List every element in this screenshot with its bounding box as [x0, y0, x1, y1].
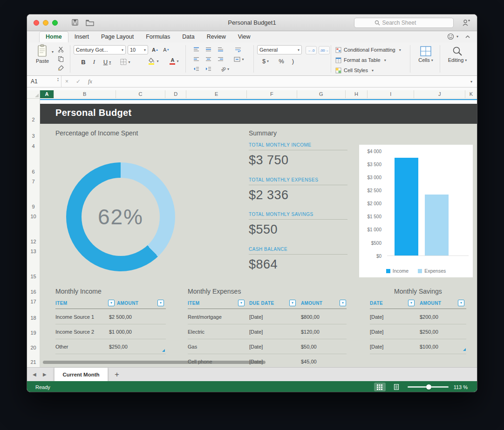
- font-name-select[interactable]: Century Got...▾: [74, 45, 126, 54]
- align-right-button[interactable]: [215, 55, 225, 63]
- column-header-e[interactable]: E: [186, 90, 247, 99]
- editing-button[interactable]: Editing▾: [444, 46, 470, 63]
- align-bottom-button[interactable]: [215, 45, 225, 54]
- expenses-amount-filter-button[interactable]: [340, 300, 346, 306]
- column-header-c[interactable]: C: [116, 90, 166, 99]
- next-sheet-button[interactable]: ▶: [43, 372, 47, 377]
- font-size-select[interactable]: 10▾: [128, 45, 148, 54]
- cell[interactable]: $1 000,00: [109, 329, 132, 335]
- underline-button[interactable]: U▾: [101, 58, 114, 66]
- previous-sheet-button[interactable]: ◀: [33, 372, 36, 377]
- bar-chart[interactable]: $4 000 $3 500 $3 000 $2 500 $2 000 $1 50…: [359, 145, 473, 277]
- page-layout-view-button[interactable]: [391, 383, 402, 391]
- row-header[interactable]: 19: [27, 330, 40, 336]
- cell[interactable]: Income Source 2: [55, 329, 94, 335]
- cell[interactable]: $800,00: [301, 314, 320, 320]
- summary-value[interactable]: $2 336: [249, 188, 347, 202]
- increase-decimal-button[interactable]: ←.0: [306, 46, 317, 54]
- column-header-g[interactable]: G: [297, 90, 346, 99]
- tab-formulas[interactable]: Formulas: [140, 32, 176, 42]
- summary-value[interactable]: $3 750: [249, 153, 347, 168]
- doughnut-chart[interactable]: 62%: [66, 162, 175, 271]
- conditional-formatting-button[interactable]: Conditional Formatting▾: [335, 46, 401, 54]
- tab-home[interactable]: Home: [39, 31, 68, 42]
- tab-data[interactable]: Data: [176, 32, 200, 42]
- income-header-item[interactable]: ITEM: [55, 301, 68, 306]
- increase-indent-button[interactable]: [203, 65, 213, 73]
- summary-value[interactable]: $864: [249, 257, 347, 272]
- shrink-font-button[interactable]: A▼: [161, 46, 171, 54]
- cut-button[interactable]: [56, 45, 65, 54]
- tab-view[interactable]: View: [232, 32, 257, 42]
- cell[interactable]: $120,00: [301, 329, 320, 335]
- tab-page-layout[interactable]: Page Layout: [95, 32, 140, 42]
- cells-button[interactable]: Cells▾: [415, 46, 437, 63]
- worksheet[interactable]: Personal Budget Percentage of Income Spe…: [40, 99, 477, 367]
- row-header[interactable]: 18: [27, 315, 40, 321]
- share-people-button[interactable]: [462, 19, 470, 27]
- fill-color-button[interactable]: ▾: [146, 57, 161, 65]
- cell[interactable]: [Date]: [370, 314, 383, 320]
- expenses-table-title[interactable]: Monthly Expenses: [188, 288, 241, 295]
- grow-font-button[interactable]: A▲: [150, 46, 160, 54]
- cell[interactable]: [Date]: [370, 344, 383, 349]
- row-header[interactable]: 6: [27, 169, 40, 175]
- merge-center-button[interactable]: ▾: [232, 55, 246, 63]
- bold-button[interactable]: B: [79, 58, 88, 66]
- cell[interactable]: $2 500,00: [109, 314, 132, 320]
- align-top-button[interactable]: [191, 45, 201, 54]
- comma-format-button[interactable]: ): [289, 57, 297, 65]
- row-header[interactable]: 15: [27, 274, 40, 279]
- cell[interactable]: $250,00: [109, 344, 128, 349]
- tab-insert[interactable]: Insert: [68, 32, 95, 42]
- cell[interactable]: Income Source 1: [55, 314, 94, 320]
- row-header[interactable]: 10: [27, 214, 40, 219]
- row-header[interactable]: 4: [27, 143, 40, 149]
- savings-date-filter-button[interactable]: [408, 300, 415, 306]
- horizontal-scrollbar[interactable]: [43, 361, 266, 364]
- cell[interactable]: Electric: [188, 329, 204, 335]
- income-table-resize-handle[interactable]: [162, 349, 165, 352]
- search-input[interactable]: [382, 20, 434, 26]
- align-center-button[interactable]: [203, 55, 213, 63]
- row-header[interactable]: 3: [27, 133, 40, 139]
- percent-format-button[interactable]: %: [277, 57, 286, 65]
- row-header[interactable]: 12: [27, 239, 40, 244]
- summary-label[interactable]: CASH BALANCE: [249, 247, 347, 255]
- align-left-button[interactable]: [191, 55, 201, 63]
- cell[interactable]: $250,00: [420, 329, 438, 335]
- collapse-ribbon-button[interactable]: [465, 35, 470, 39]
- column-header-a[interactable]: A: [40, 90, 54, 99]
- borders-button[interactable]: ▾: [118, 58, 132, 66]
- cell-styles-button[interactable]: Cell Styles▾: [335, 66, 374, 74]
- row-header[interactable]: 9: [27, 204, 40, 209]
- income-header-amount[interactable]: AMOUNT: [117, 301, 138, 306]
- summary-value[interactable]: $550: [249, 222, 347, 237]
- expenses-header-duedate[interactable]: DUE DATE: [249, 301, 274, 306]
- income-amount-filter-button[interactable]: [157, 300, 164, 306]
- cell[interactable]: [Date]: [370, 329, 383, 335]
- formula-bar-expand-icon[interactable]: ▾: [470, 80, 472, 84]
- savings-header-amount[interactable]: AMOUNT: [420, 301, 441, 306]
- expenses-header-item[interactable]: ITEM: [188, 301, 200, 306]
- summary-title[interactable]: Summary: [249, 129, 277, 137]
- zoom-slider[interactable]: [408, 384, 449, 390]
- wrap-text-button[interactable]: [232, 45, 244, 54]
- copy-button[interactable]: [56, 54, 65, 63]
- cell[interactable]: $50,00: [301, 344, 317, 349]
- column-header-j[interactable]: J: [414, 90, 465, 99]
- savings-table-title[interactable]: Monthly Savings: [394, 288, 442, 295]
- confirm-entry-button[interactable]: ✓: [76, 78, 81, 85]
- expenses-header-amount[interactable]: AMOUNT: [301, 301, 322, 306]
- expenses-duedate-filter-button[interactable]: [289, 300, 296, 306]
- sheet-banner[interactable]: Personal Budget: [40, 104, 477, 124]
- column-header-k[interactable]: K: [465, 90, 477, 99]
- cell[interactable]: $200,00: [420, 314, 438, 320]
- normal-view-button[interactable]: [374, 383, 386, 391]
- income-table-title[interactable]: Monthly Income: [55, 288, 102, 295]
- row-header[interactable]: 2: [27, 117, 40, 122]
- cell[interactable]: [Date]: [249, 329, 263, 335]
- row-header[interactable]: 21: [27, 359, 40, 365]
- column-header-h[interactable]: H: [346, 90, 368, 99]
- savings-amount-filter-button[interactable]: [458, 300, 464, 306]
